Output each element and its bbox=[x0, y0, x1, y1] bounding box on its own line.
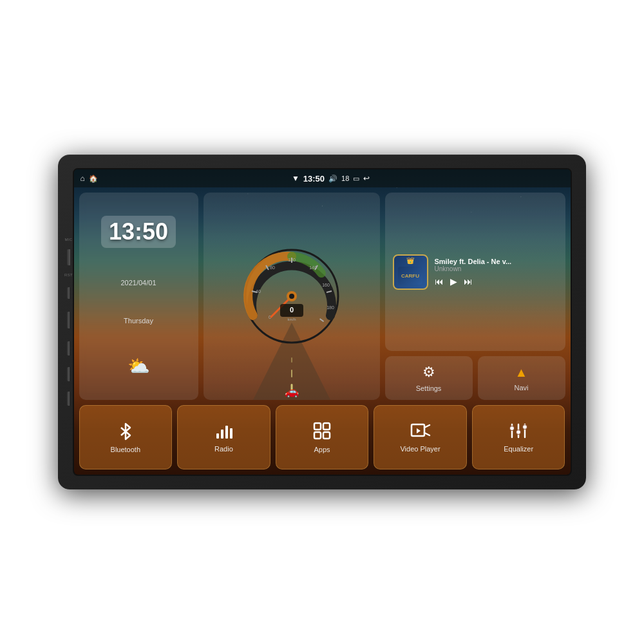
svg-rect-23 bbox=[230, 428, 232, 439]
status-house-icon[interactable]: 🏠 bbox=[89, 175, 98, 183]
side-button-top[interactable] bbox=[67, 249, 70, 265]
screen: ⌂ 🏠 ▼ 13:50 🔊 18 ▭ ↩ bbox=[74, 169, 571, 475]
prev-button[interactable]: ⏮ bbox=[435, 276, 444, 287]
screen-bezel: ⌂ 🏠 ▼ 13:50 🔊 18 ▭ ↩ bbox=[73, 168, 572, 476]
top-row: 13:50 2021/04/01 Thursday ⛅ bbox=[79, 193, 565, 400]
side-rst-label: RST bbox=[64, 273, 73, 277]
svg-text:40: 40 bbox=[256, 289, 261, 294]
status-volume-level: 18 bbox=[341, 175, 349, 182]
navi-icon: ▲ bbox=[515, 365, 528, 380]
music-title: Smiley ft. Delia - Ne v... bbox=[435, 258, 525, 265]
side-back-button[interactable] bbox=[67, 341, 70, 355]
svg-rect-27 bbox=[323, 432, 330, 439]
svg-text:160: 160 bbox=[322, 283, 330, 287]
play-button[interactable]: ▶ bbox=[450, 276, 457, 287]
album-logo: CARFU bbox=[401, 273, 419, 279]
app-buttons-row: Bluetooth Radio bbox=[79, 405, 565, 469]
side-voldown-button[interactable] bbox=[67, 392, 70, 406]
side-home-button[interactable] bbox=[67, 312, 70, 328]
side-controls: MIC RST bbox=[64, 155, 73, 489]
music-artist: Unknown bbox=[435, 265, 558, 272]
settings-button[interactable]: ⚙ Settings bbox=[385, 356, 473, 400]
status-battery-icon: ▭ bbox=[353, 175, 359, 183]
svg-point-37 bbox=[523, 425, 527, 430]
music-panel[interactable]: 👑 CARFU Smiley ft. Delia - Ne v... Unkno… bbox=[385, 193, 565, 351]
next-button[interactable]: ⏭ bbox=[464, 276, 473, 287]
status-volume-icon: 🔊 bbox=[328, 175, 337, 183]
clock-day: Thursday bbox=[124, 317, 153, 325]
svg-rect-24 bbox=[314, 423, 321, 430]
music-info: Smiley ft. Delia - Ne v... Unknown ⏮ ▶ ⏭ bbox=[435, 258, 558, 287]
status-back-icon[interactable]: ↩ bbox=[363, 174, 370, 183]
svg-text:180: 180 bbox=[327, 305, 334, 310]
video-button[interactable]: Video Player bbox=[374, 405, 467, 469]
video-label: Video Player bbox=[400, 445, 440, 453]
svg-rect-26 bbox=[314, 432, 321, 439]
side-volup-button[interactable] bbox=[67, 367, 70, 381]
status-wifi-icon: ▼ bbox=[292, 174, 299, 183]
status-bar: ⌂ 🏠 ▼ 13:50 🔊 18 ▭ ↩ bbox=[74, 169, 571, 187]
main-content: 13:50 2021/04/01 Thursday ⛅ bbox=[74, 187, 571, 475]
apps-button[interactable]: Apps bbox=[276, 405, 369, 469]
clock-time: 13:50 bbox=[101, 216, 176, 248]
navi-label: Navi bbox=[514, 384, 528, 392]
svg-point-16 bbox=[289, 294, 294, 299]
svg-text:120: 120 bbox=[288, 258, 296, 262]
bluetooth-label: Bluetooth bbox=[111, 446, 140, 453]
equalizer-icon bbox=[509, 422, 528, 440]
svg-marker-31 bbox=[417, 428, 421, 433]
right-column: 👑 CARFU Smiley ft. Delia - Ne v... Unkno… bbox=[385, 193, 565, 400]
svg-rect-21 bbox=[221, 430, 223, 439]
device-shell: MIC RST ⌂ 🏠 ▼ 13:50 bbox=[58, 155, 586, 489]
radio-icon bbox=[214, 422, 233, 440]
navi-button[interactable]: ▲ Navi bbox=[478, 356, 565, 400]
svg-text:0: 0 bbox=[289, 306, 293, 314]
side-power-button[interactable] bbox=[67, 287, 70, 299]
svg-point-35 bbox=[516, 430, 521, 435]
svg-point-33 bbox=[510, 426, 515, 431]
status-home-icon[interactable]: ⌂ bbox=[80, 174, 85, 183]
apps-icon bbox=[312, 421, 332, 440]
weather-icon: ⛅ bbox=[128, 355, 150, 377]
equalizer-label: Equalizer bbox=[504, 445, 533, 453]
clock-date: 2021/04/01 bbox=[120, 279, 156, 287]
radio-label: Radio bbox=[214, 445, 233, 453]
settings-icon: ⚙ bbox=[422, 364, 435, 381]
quick-buttons-row: ⚙ Settings ▲ Navi bbox=[385, 356, 565, 400]
music-controls: ⏮ ▶ ⏭ bbox=[435, 276, 558, 287]
video-icon bbox=[410, 422, 431, 440]
settings-label: Settings bbox=[416, 384, 442, 392]
svg-text:80: 80 bbox=[270, 265, 275, 270]
apps-label: Apps bbox=[314, 446, 330, 453]
svg-line-4 bbox=[319, 319, 323, 321]
bluetooth-button[interactable]: Bluetooth bbox=[79, 405, 173, 469]
status-time: 13:50 bbox=[303, 174, 325, 184]
svg-rect-20 bbox=[216, 433, 219, 439]
speedometer-svg: 0 40 80 120 140 160 180 bbox=[240, 245, 343, 348]
bluetooth-icon bbox=[116, 421, 135, 440]
side-mic-label: MIC bbox=[65, 238, 73, 242]
svg-text:km/h: km/h bbox=[287, 317, 296, 321]
crown-icon: 👑 bbox=[406, 257, 414, 264]
road-car-icon: 🚗 bbox=[285, 384, 299, 399]
album-art: 👑 CARFU bbox=[393, 254, 428, 290]
svg-rect-25 bbox=[323, 423, 330, 430]
radio-button[interactable]: Radio bbox=[177, 405, 270, 469]
svg-rect-22 bbox=[225, 426, 228, 439]
equalizer-button[interactable]: Equalizer bbox=[472, 405, 565, 469]
svg-text:140: 140 bbox=[309, 265, 317, 270]
clock-panel: 13:50 2021/04/01 Thursday ⛅ bbox=[79, 193, 198, 400]
speedometer-panel: 🚗 bbox=[204, 193, 380, 400]
